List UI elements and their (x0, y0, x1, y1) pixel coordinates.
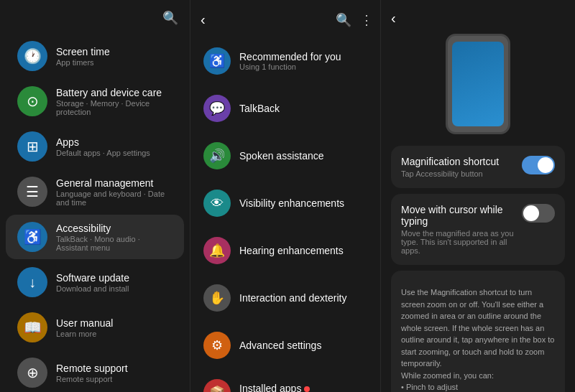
sidebar-label-apps: Apps (56, 136, 150, 148)
sidebar-sub-battery: Storage · Memory · Device protection (56, 99, 172, 116)
sidebar-icon-screen-time: 🕐 (17, 41, 47, 71)
mid-icon-hearing: 🔔 (203, 237, 231, 264)
sidebar-icon-accessibility: ♿ (17, 222, 47, 252)
settings-list: 🕐 Screen time App timers ⊙ Battery and d… (0, 33, 190, 392)
accessibility-item-interaction[interactable]: ✋ Interaction and dexterity (196, 275, 374, 321)
settings-panel: 🔍 🕐 Screen time App timers ⊙ Battery and… (0, 0, 190, 392)
sidebar-label-software: Software update (56, 272, 129, 284)
mid-label-advanced: Advanced settings (239, 340, 367, 351)
mid-icon-spoken: 🔊 (203, 142, 231, 169)
mid-label-recommended: Recommended for you (239, 51, 367, 62)
mid-label-hearing: Hearing enhancements (239, 245, 367, 256)
phone-screen (452, 42, 504, 126)
sidebar-item-accessibility[interactable]: ♿ Accessibility TalkBack · Mono audio · … (6, 215, 184, 259)
accessibility-search-icon[interactable]: 🔍 (336, 12, 351, 28)
setting-info: Use the Magnification shortcut to turn s… (391, 271, 565, 392)
accessibility-item-spoken[interactable]: 🔊 Spoken assistance (196, 133, 374, 179)
settings-search-icon[interactable]: 🔍 (162, 10, 178, 26)
accessibility-item-recommended[interactable]: ♿ Recommended for you Using 1 function (196, 38, 374, 84)
sidebar-sub-accessibility: TalkBack · Mono audio · Assistant menu (56, 235, 172, 252)
accessibility-header-actions: 🔍 ⋮ (336, 12, 373, 28)
magnification-settings: Magnification shortcut Tap Accessibility… (391, 146, 565, 392)
mid-icon-installed: 📦 (203, 379, 231, 392)
sidebar-item-apps[interactable]: ⊞ Apps Default apps · App settings (6, 124, 184, 169)
sidebar-icon-general: ☰ (17, 177, 47, 207)
magnification-back-icon[interactable]: ‹ (391, 10, 396, 27)
mid-label-talkback: TalkBack (239, 103, 367, 114)
sidebar-sub-remote: Remote support (56, 375, 128, 383)
sidebar-item-remote[interactable]: ⊕ Remote support Remote support (6, 350, 184, 392)
accessibility-more-icon[interactable]: ⋮ (360, 12, 373, 28)
sidebar-item-screen-time[interactable]: 🕐 Screen time App timers (6, 34, 184, 78)
phone-preview (391, 34, 565, 134)
mid-icon-recommended: ♿ (203, 47, 231, 75)
accessibility-header: ‹ 🔍 ⋮ (190, 0, 380, 37)
sidebar-icon-manual: 📖 (17, 312, 47, 342)
setting-title-cursor: Move with cursor while typing (401, 204, 522, 227)
toggle-shortcut[interactable] (522, 156, 555, 174)
accessibility-item-installed[interactable]: 📦 Installed apps 2 apps (196, 370, 374, 392)
setting-sub-shortcut: Tap Accessibility button (401, 169, 506, 178)
mid-icon-visibility: 👁 (203, 190, 231, 217)
sidebar-label-accessibility: Accessibility (56, 223, 172, 234)
mid-label-visibility: Visibility enhancements (239, 197, 367, 209)
sidebar-label-remote: Remote support (56, 363, 128, 374)
sidebar-label-screen-time: Screen time (56, 46, 110, 57)
sidebar-sub-software: Download and install (56, 284, 129, 293)
accessibility-item-hearing[interactable]: 🔔 Hearing enhancements (196, 228, 374, 274)
sidebar-icon-apps: ⊞ (17, 131, 47, 162)
sidebar-icon-software: ↓ (17, 267, 47, 297)
toggle-knob-cursor (523, 205, 539, 221)
mid-icon-interaction: ✋ (203, 284, 231, 312)
magnification-content: Magnification shortcut Tap Accessibility… (381, 34, 575, 392)
sidebar-icon-remote: ⊕ (17, 358, 47, 388)
accessibility-list: ♿ Recommended for you Using 1 function 💬… (190, 37, 380, 392)
accessibility-item-visibility[interactable]: 👁 Visibility enhancements (196, 180, 374, 226)
mid-label-interaction: Interaction and dexterity (239, 292, 367, 304)
magnification-panel: ‹ Magnification shortcut Tap Accessibili… (381, 0, 575, 392)
toggle-cursor[interactable] (522, 204, 555, 223)
sidebar-item-battery[interactable]: ⊙ Battery and device care Storage · Memo… (6, 79, 184, 123)
accessibility-panel: ‹ 🔍 ⋮ ♿ Recommended for you Using 1 func… (190, 0, 381, 392)
setting-cursor: Move with cursor while typing Move the m… (391, 194, 565, 265)
badge-dot (304, 386, 310, 392)
accessibility-item-advanced[interactable]: ⚙ Advanced settings (196, 322, 374, 368)
sidebar-sub-screen-time: App timers (56, 58, 110, 67)
magnification-header: ‹ (381, 0, 575, 34)
sidebar-item-manual[interactable]: 📖 User manual Learn more (6, 305, 184, 350)
phone-frame (446, 34, 510, 134)
mid-sub-recommended: Using 1 function (239, 62, 367, 71)
sidebar-sub-general: Language and keyboard · Date and time (56, 190, 172, 207)
setting-body-info: Use the Magnification shortcut to turn s… (401, 286, 555, 392)
accessibility-back-icon[interactable]: ‹ (198, 10, 208, 29)
sidebar-label-battery: Battery and device care (56, 87, 172, 98)
sidebar-icon-battery: ⊙ (17, 86, 47, 116)
accessibility-item-talkback[interactable]: 💬 TalkBack (196, 85, 374, 131)
sidebar-sub-manual: Learn more (56, 330, 113, 338)
mid-icon-talkback: 💬 (203, 95, 231, 122)
setting-shortcut: Magnification shortcut Tap Accessibility… (391, 146, 565, 188)
sidebar-label-manual: User manual (56, 317, 113, 329)
setting-title-shortcut: Magnification shortcut (401, 156, 506, 167)
mid-icon-advanced: ⚙ (203, 332, 231, 359)
toggle-knob-shortcut (538, 157, 553, 173)
sidebar-label-general: General management (56, 177, 172, 189)
settings-header: 🔍 (0, 0, 190, 33)
sidebar-item-software[interactable]: ↓ Software update Download and install (6, 260, 184, 304)
mid-label-spoken: Spoken assistance (239, 150, 367, 162)
mid-label-installed: Installed apps (239, 383, 367, 392)
sidebar-sub-apps: Default apps · App settings (56, 149, 150, 157)
setting-sub-cursor: Move the magnified area as you type. Thi… (401, 229, 522, 255)
sidebar-item-general[interactable]: ☰ General management Language and keyboa… (6, 169, 184, 214)
